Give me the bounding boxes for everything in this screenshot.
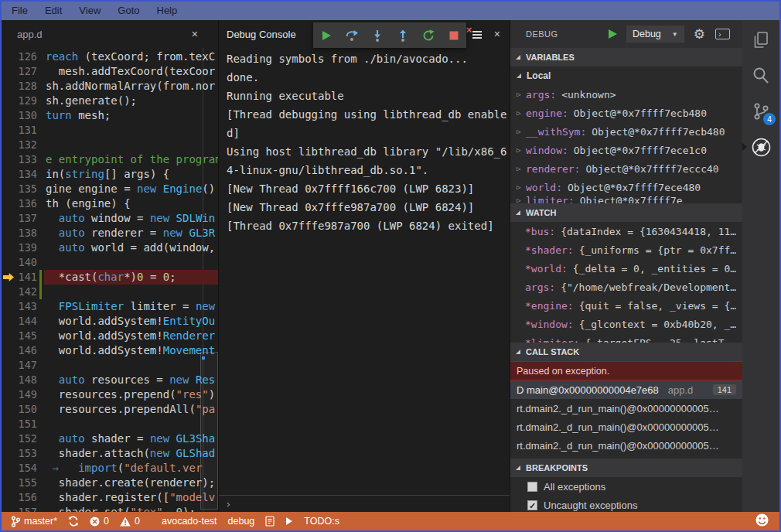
code-editor[interactable]: 126reach (texCoord; from.texC127 mesh.ad… (2, 48, 218, 512)
debug-config-dropdown[interactable]: Debug ▼ (626, 26, 684, 43)
code-line[interactable]: 142 (2, 285, 218, 299)
breakpoints-header[interactable]: BREAKPOINTS (510, 459, 742, 477)
watch-row[interactable]: *limiter:{_targetFPS = 25, lastT… (510, 333, 742, 343)
stack-frame[interactable]: rt.dmain2._d_run_main()@0x00000000005… (510, 418, 742, 436)
variable-row[interactable]: ▷world:Object@*0x7ffff7ece480 (510, 178, 742, 196)
editor-gutter[interactable]: 140 (2, 255, 44, 270)
breakpoint-row[interactable]: All exceptions (510, 477, 742, 496)
mode-item[interactable]: debug (228, 516, 255, 527)
menu-item-view[interactable]: View (70, 2, 109, 20)
editor-gutter[interactable]: 138 (2, 226, 44, 240)
watch-row[interactable]: *bus:{dataIndex = {1630434418, 11… (510, 222, 742, 240)
code-line[interactable]: 150 resources.prependAll("pa (2, 402, 218, 417)
editor-gutter[interactable]: 126 (2, 49, 44, 64)
variable-row[interactable]: ▷renderer:Object@*0x7ffff7eccc40 (510, 159, 742, 178)
editor-gutter[interactable]: 143 (2, 299, 44, 314)
checkbox[interactable]: ✓ (527, 500, 537, 510)
step-over-icon[interactable] (344, 28, 360, 43)
stack-frame[interactable]: D main@0x00000000004e7e68app.d141 (510, 380, 742, 399)
code-line[interactable]: 135gine engine = new Engine() (2, 182, 218, 196)
code-line[interactable]: 132 (2, 138, 218, 152)
breakpoint-row[interactable]: ✓Uncaught exceptions (510, 496, 742, 512)
debug-console-output[interactable]: Reading symbols from ./bin/avocado...don… (219, 48, 510, 495)
editor-gutter[interactable]: 131 (2, 123, 44, 138)
editor-gutter[interactable]: 145 (2, 329, 44, 343)
editor-gutter[interactable]: 152 (2, 431, 44, 446)
code-line[interactable]: 149 resources.prepend("res") (2, 387, 218, 402)
code-line[interactable]: 140 (2, 255, 218, 270)
code-line[interactable]: 139 auto world = add(window, (2, 240, 218, 255)
watch-header[interactable]: WATCH (510, 203, 742, 222)
source-control-icon[interactable]: 4 (750, 101, 772, 122)
report-item[interactable] (265, 516, 275, 527)
code-line[interactable]: 144 world.addSystem!EntityOu (2, 314, 218, 329)
code-line[interactable]: 127 mesh.addTexCoord(texCoor (2, 64, 218, 79)
editor-gutter[interactable]: 147 (2, 358, 44, 373)
editor-gutter[interactable]: 128 (2, 79, 44, 94)
variable-row[interactable]: ▷__withSym:Object@*0x7ffff7ecb480 (510, 122, 742, 141)
menu-item-edit[interactable]: Edit (36, 2, 70, 20)
code-line[interactable]: 129sh.generate(); (2, 94, 218, 108)
gear-icon[interactable]: ⚙ (694, 28, 705, 41)
watch-row[interactable]: *shader:{_uniforms = {ptr = 0x7ff… (510, 240, 742, 259)
warnings-item[interactable]: 0 (120, 516, 140, 527)
code-line[interactable]: 136th (engine) { (2, 196, 218, 211)
files-icon[interactable] (750, 29, 772, 51)
code-line[interactable]: 147 (2, 358, 218, 373)
variable-row[interactable]: ▷args:<unknown> (510, 85, 742, 104)
editor-gutter[interactable]: 134 (2, 167, 44, 182)
clear-console-icon[interactable]: × (468, 28, 482, 40)
code-line[interactable]: 143 FPSLimiter limiter = new (2, 299, 218, 314)
run-task-item[interactable] (285, 517, 293, 526)
continue-icon[interactable] (319, 28, 334, 43)
step-out-icon[interactable] (395, 28, 411, 43)
open-console-icon[interactable]: › (715, 29, 730, 39)
code-line[interactable]: 128sh.addNormalArray(from.nor (2, 79, 218, 94)
code-line[interactable]: 131 (2, 123, 218, 138)
debug-icon[interactable] (750, 136, 772, 158)
code-line[interactable]: 148 auto resources = new Res (2, 373, 218, 387)
editor-gutter[interactable]: 135 (2, 182, 44, 196)
project-item[interactable]: avocado-test (162, 516, 217, 527)
code-line[interactable]: 134in(string[] args) { (2, 167, 218, 182)
editor-gutter[interactable]: 139 (2, 240, 44, 255)
variable-row[interactable]: ▷limiter:Object@*0x7ffff7e (510, 196, 742, 203)
editor-gutter[interactable]: 156 (2, 490, 44, 505)
editor-gutter[interactable]: 146 (2, 343, 44, 358)
errors-item[interactable]: 0 (90, 516, 109, 527)
restart-icon[interactable] (421, 28, 436, 43)
editor-gutter[interactable]: 130 (2, 108, 44, 123)
watch-row[interactable]: *world:{_delta = 0, _entities = 0… (510, 259, 742, 278)
code-line[interactable]: 146 world.addSystem!Movement (2, 343, 218, 358)
code-line[interactable]: 156 shader.register(["modelv (2, 490, 218, 505)
todo-item[interactable]: TODO:s (304, 516, 339, 527)
editor-gutter[interactable]: 127 (2, 64, 44, 79)
code-line[interactable]: 137 auto window = new SDLWin (2, 211, 218, 226)
code-line[interactable]: 126reach (texCoord; from.texC (2, 49, 218, 64)
editor-gutter[interactable]: 150 (2, 402, 44, 417)
step-into-icon[interactable] (370, 28, 385, 43)
variables-header[interactable]: VARIABLES (510, 48, 742, 66)
editor-gutter[interactable]: 157 (2, 505, 44, 512)
code-line[interactable]: 138 auto renderer = new GL3R (2, 226, 218, 240)
code-line[interactable]: 152 auto shader = new GL3Sha (2, 431, 218, 446)
code-line[interactable]: 153 shader.attach(new GLShad (2, 446, 218, 461)
feedback-smiley-icon[interactable] (755, 513, 769, 529)
watch-row[interactable]: *window:{_glcontext = 0xb40b20, _… (510, 315, 742, 333)
search-icon[interactable] (750, 65, 772, 87)
watch-row[interactable]: *engine:{quit = false, _views = {… (510, 296, 742, 315)
git-branch-item[interactable]: master* (11, 516, 57, 527)
editor-gutter[interactable]: 141 (2, 270, 44, 285)
editor-gutter[interactable]: 129 (2, 94, 44, 108)
editor-gutter[interactable]: 144 (2, 314, 44, 329)
code-line[interactable]: 133e entrypoint of the program (2, 152, 218, 167)
start-debug-icon[interactable] (609, 29, 617, 39)
editor-gutter[interactable]: 151 (2, 417, 44, 431)
sync-button[interactable] (68, 516, 79, 527)
stop-icon[interactable] (446, 28, 462, 43)
debug-console-input[interactable]: › (219, 495, 510, 512)
editor-gutter[interactable]: 153 (2, 446, 44, 461)
editor-gutter[interactable]: 142 (2, 285, 44, 299)
tab-app-d[interactable]: app.d × (2, 20, 218, 48)
code-line[interactable]: 130turn mesh; (2, 108, 218, 123)
